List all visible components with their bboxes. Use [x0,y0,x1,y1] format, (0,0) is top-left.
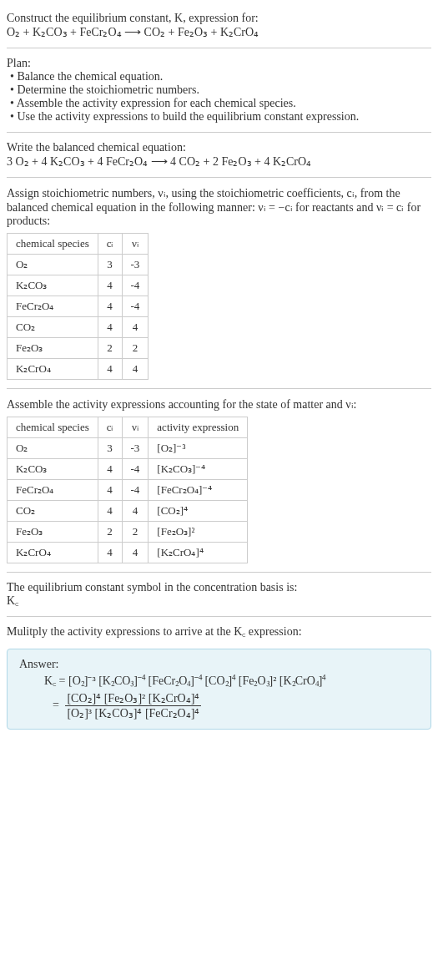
question-title: Construct the equilibrium constant, K, e… [7,12,431,25]
col-header: chemical species [8,417,98,438]
col-header: νᵢ [122,234,149,255]
divider [7,388,431,389]
c-cell: 4 [98,543,122,563]
v-cell: 4 [122,317,149,338]
c-cell: 4 [98,459,122,480]
answer-box: Answer: K꜀ = [O₂]⁻³ [K₂CO₃]⁻⁴ [FeCr₂O₄]⁻… [7,649,431,730]
plan-item: • Balance the chemical equation. [7,70,431,83]
species-cell: O₂ [8,255,98,275]
v-cell: 4 [122,543,149,563]
plan-item: • Determine the stoichiometric numbers. [7,83,431,97]
plan-item: • Use the activity expressions to build … [7,110,431,124]
v-cell: 2 [122,522,149,543]
species-cell: CO₂ [8,501,98,522]
table-row: Fe₂O₃ 2 2 [8,338,149,359]
v-cell: 2 [122,338,149,359]
plan-section: Plan: • Balance the chemical equation. •… [7,52,431,129]
answer-line2: = [CO₂]⁴ [Fe₂O₃]² [K₂CrO₄]⁴ [O₂]³ [K₂CO₃… [53,691,419,720]
species-cell: K₂CrO₄ [8,359,98,380]
c-cell: 4 [98,296,122,317]
stoich-section: Assign stoichiometric numbers, νᵢ, using… [7,181,431,385]
fraction: [CO₂]⁴ [Fe₂O₃]² [K₂CrO₄]⁴ [O₂]³ [K₂CO₃]⁴… [65,691,201,720]
species-cell: FeCr₂O₄ [8,296,98,317]
species-cell: Fe₂O₃ [8,522,98,543]
col-header: νᵢ [122,417,149,438]
table-row: K₂CrO₄ 4 4 [K₂CrO₄]⁴ [8,543,248,563]
divider [7,132,431,133]
activity-text: Assemble the activity expressions accoun… [7,397,431,412]
divider [7,48,431,48]
expr-cell: [K₂CO₃]⁻⁴ [149,459,248,480]
v-cell: -3 [122,438,149,459]
v-cell: 4 [122,359,149,380]
c-cell: 4 [98,317,122,338]
c-cell: 4 [98,501,122,522]
question-header: Construct the equilibrium constant, K, e… [7,7,431,44]
table-row: FeCr₂O₄ 4 -4 [FeCr₂O₄]⁻⁴ [8,480,248,501]
c-cell: 3 [98,438,122,459]
col-header: cᵢ [98,417,122,438]
eq-sign: = [53,699,62,711]
divider [7,572,431,573]
species-cell: K₂CO₃ [8,275,98,296]
c-cell: 4 [98,359,122,380]
expr-cell: [Fe₂O₃]² [149,522,248,543]
species-cell: O₂ [8,438,98,459]
multiply-section: Mulitply the activity expressions to arr… [7,620,431,644]
v-cell: -4 [122,296,149,317]
answer-label: Answer: [19,658,419,671]
table-row: Fe₂O₃ 2 2 [Fe₂O₃]² [8,522,248,543]
expr-cell: [K₂CrO₄]⁴ [149,543,248,563]
v-cell: -4 [122,480,149,501]
stoich-table: chemical species cᵢ νᵢ O₂ 3 -3 K₂CO₃ 4 -… [7,233,149,380]
table-row: O₂ 3 -3 [8,255,149,275]
expr-cell: [O₂]⁻³ [149,438,248,459]
balanced-equation: 3 O₂ + 4 K₂CO₃ + 4 FeCr₂O₄ ⟶ 4 CO₂ + 2 F… [7,154,431,169]
c-cell: 3 [98,255,122,275]
v-cell: -3 [122,255,149,275]
c-cell: 4 [98,480,122,501]
divider [7,616,431,617]
title-text: Construct the equilibrium constant, K, e… [7,12,259,24]
col-header: activity expression [149,417,248,438]
activity-section: Assemble the activity expressions accoun… [7,392,431,568]
expr-cell: [FeCr₂O₄]⁻⁴ [149,480,248,501]
species-cell: CO₂ [8,317,98,338]
v-cell: 4 [122,501,149,522]
v-cell: -4 [122,275,149,296]
divider [7,177,431,178]
species-cell: FeCr₂O₄ [8,480,98,501]
balanced-section: Write the balanced chemical equation: 3 … [7,136,431,174]
table-row: K₂CrO₄ 4 4 [8,359,149,380]
table-row: O₂ 3 -3 [O₂]⁻³ [8,438,248,459]
activity-table: chemical species cᵢ νᵢ activity expressi… [7,417,248,563]
species-cell: Fe₂O₃ [8,338,98,359]
c-cell: 2 [98,522,122,543]
unbalanced-equation: O₂ + K₂CO₃ + FeCr₂O₄ ⟶ CO₂ + Fe₂O₃ + K₂C… [7,25,431,39]
expr-cell: [CO₂]⁴ [149,501,248,522]
eq-symbol-section: The equilibrium constant symbol in the c… [7,576,431,613]
species-cell: K₂CrO₄ [8,543,98,563]
eq-symbol: K꜀ [7,594,431,608]
fraction-denominator: [O₂]³ [K₂CO₃]⁴ [FeCr₂O₄]⁴ [65,706,201,720]
table-row: CO₂ 4 4 [8,317,149,338]
eq-symbol-text: The equilibrium constant symbol in the c… [7,581,431,594]
table-row: FeCr₂O₄ 4 -4 [8,296,149,317]
species-cell: K₂CO₃ [8,459,98,480]
c-cell: 4 [98,275,122,296]
col-header: chemical species [8,234,98,255]
table-row: K₂CO₃ 4 -4 [K₂CO₃]⁻⁴ [8,459,248,480]
stoich-text: Assign stoichiometric numbers, νᵢ, using… [7,186,431,228]
answer-line1: K꜀ = [O₂]⁻³ [K₂CO₃]⁻⁴ [FeCr₂O₄]⁻⁴ [CO₂]⁴… [44,674,419,688]
multiply-text: Mulitply the activity expressions to arr… [7,625,431,639]
c-cell: 2 [98,338,122,359]
balanced-label: Write the balanced chemical equation: [7,141,431,154]
table-row: CO₂ 4 4 [CO₂]⁴ [8,501,248,522]
col-header: cᵢ [98,234,122,255]
plan-item: • Assemble the activity expression for e… [7,97,431,110]
plan-label: Plan: [7,57,431,70]
table-header-row: chemical species cᵢ νᵢ activity expressi… [8,417,248,438]
v-cell: -4 [122,459,149,480]
table-header-row: chemical species cᵢ νᵢ [8,234,149,255]
fraction-numerator: [CO₂]⁴ [Fe₂O₃]² [K₂CrO₄]⁴ [65,691,201,706]
